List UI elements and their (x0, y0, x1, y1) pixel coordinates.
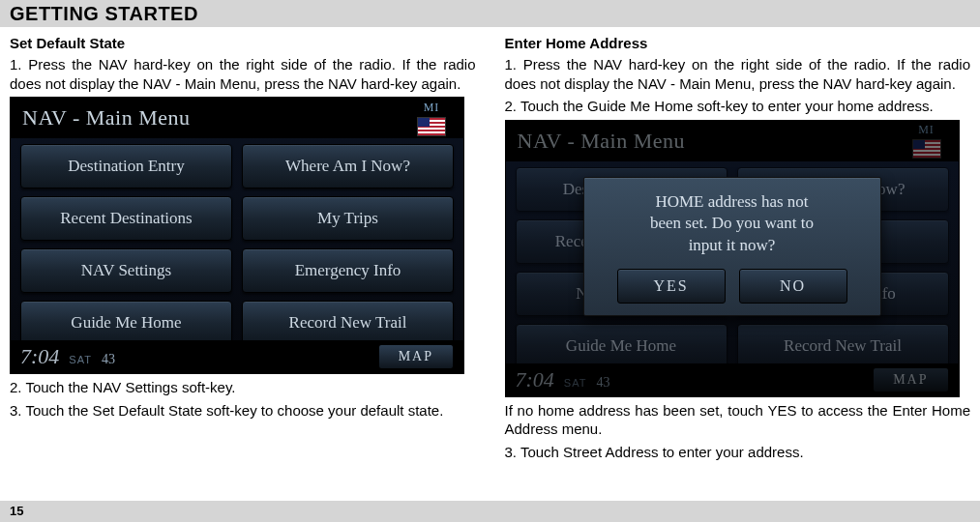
clock: 7:04 (20, 344, 59, 369)
units-indicator: MI (912, 123, 941, 159)
clock: 7:04 (516, 367, 554, 392)
right-step-1: 1. Press the NAV hard-key on the right s… (505, 55, 971, 93)
section-header: GETTING STARTED (0, 0, 980, 27)
left-step-2: 2. Touch the NAV Settings soft-key. (10, 378, 476, 397)
page-footer: 15 (0, 501, 980, 522)
right-step-3: 3. Touch Street Address to enter your ad… (505, 443, 971, 462)
two-column-layout: Set Default State 1. Press the NAV hard-… (0, 27, 980, 475)
temperature: 43 (102, 352, 115, 367)
dialog-line-3: input it now? (689, 236, 776, 254)
left-heading: Set Default State (10, 35, 476, 51)
nav-title-b: Main Menu (580, 129, 685, 153)
page-number: 15 (10, 504, 23, 518)
sat-label: SAT (69, 354, 92, 365)
nav-bottom-bar: 7:04 SAT 43 MAP (506, 363, 959, 396)
right-note: If no home address has been set, touch Y… (505, 401, 971, 439)
nav-title-dash: - (67, 105, 86, 130)
recent-destinations-button[interactable]: Recent Destinations (20, 196, 232, 241)
nav-settings-button[interactable]: NAV Settings (20, 248, 232, 293)
map-button[interactable]: MAP (378, 344, 454, 369)
guide-me-home-button[interactable]: Guide Me Home (20, 301, 232, 345)
temperature: 43 (596, 375, 609, 391)
section-title: GETTING STARTED (10, 3, 198, 24)
flag-icon (912, 139, 941, 159)
dialog-no-button[interactable]: NO (739, 269, 847, 304)
nav-main-menu-figure: NAV - Main Menu MI Destination Entry Whe… (10, 97, 464, 374)
flag-icon (417, 117, 446, 136)
dialog-yes-button[interactable]: YES (617, 269, 726, 304)
left-column: Set Default State 1. Press the NAV hard-… (10, 33, 476, 465)
destination-entry-button[interactable]: Destination Entry (20, 144, 232, 188)
units-label: MI (918, 123, 935, 137)
nav-title: NAV - Main Menu (22, 105, 191, 130)
record-new-trail-button[interactable]: Record New Trail (242, 301, 454, 345)
dialog-message: HOME address has not been set. Do you wa… (650, 191, 814, 258)
my-trips-button[interactable]: My Trips (242, 196, 454, 241)
page: GETTING STARTED Set Default State 1. Pre… (0, 0, 980, 522)
time-block: 7:04 SAT 43 (516, 367, 610, 392)
record-new-trail-button[interactable]: Record New Trail (737, 324, 949, 368)
right-column: Enter Home Address 1. Press the NAV hard… (505, 33, 971, 465)
nav-title-b: Main Menu (86, 105, 191, 130)
dialog-line-1: HOME address has not (655, 192, 808, 211)
right-heading: Enter Home Address (505, 35, 971, 51)
sat-label: SAT (564, 377, 587, 389)
nav-title-a: NAV (518, 129, 562, 153)
dialog-actions: YES NO (617, 269, 847, 304)
left-step-1: 1. Press the NAV hard-key on the right s… (10, 55, 476, 93)
dialog-line-2: been set. Do you want to (650, 214, 814, 232)
nav-title: NAV - Main Menu (518, 129, 686, 154)
guide-me-home-button[interactable]: Guide Me Home (516, 324, 728, 368)
left-step-3: 3. Touch the Set Default State soft-key … (10, 401, 476, 420)
units-indicator: MI (417, 101, 446, 136)
nav-button-grid: Destination Entry Where Am I Now? Recent… (20, 144, 454, 345)
nav-top-bar: NAV - Main Menu MI (11, 98, 463, 138)
where-am-i-now-button[interactable]: Where Am I Now? (242, 144, 454, 188)
emergency-info-button[interactable]: Emergency Info (242, 248, 454, 293)
units-label: MI (424, 101, 440, 115)
nav-bottom-bar: 7:04 SAT 43 MAP (11, 340, 463, 373)
nav-title-a: NAV (22, 105, 67, 130)
home-address-dialog: HOME address has not been set. Do you wa… (583, 177, 881, 317)
nav-title-dash: - (561, 129, 580, 153)
time-block: 7:04 SAT 43 (20, 344, 115, 369)
nav-home-dialog-figure: NAV - Main Menu MI Destination Entry Whe… (505, 120, 960, 397)
map-button[interactable]: MAP (873, 367, 948, 392)
nav-top-bar: NAV - Main Menu MI (506, 121, 959, 161)
right-step-2: 2. Touch the Guide Me Home soft-key to e… (505, 97, 971, 116)
